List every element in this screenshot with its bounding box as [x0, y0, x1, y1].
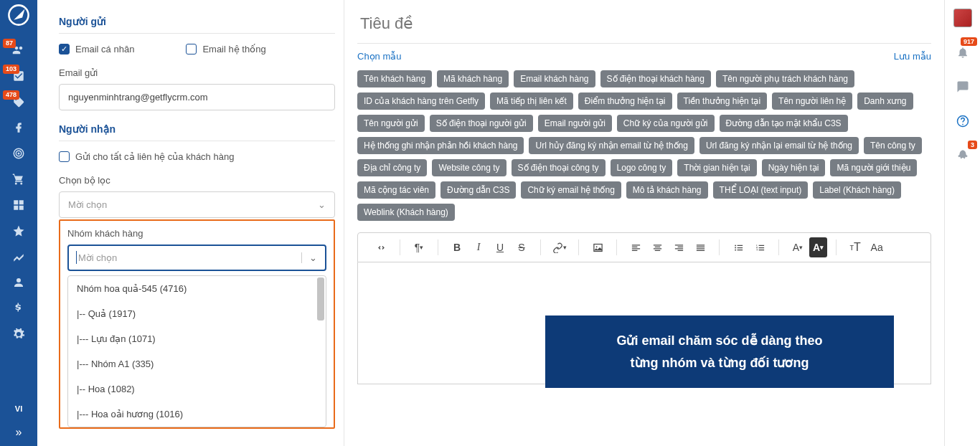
merge-tag[interactable]: Weblink (Khách hàng)	[357, 204, 455, 221]
sidebar-item-1[interactable]: 87	[0, 37, 37, 63]
toolbar-paragraph[interactable]: ¶▾	[409, 237, 429, 257]
rocket-button[interactable]: 3	[945, 145, 980, 166]
email-title-input[interactable]	[357, 10, 931, 44]
merge-tag[interactable]: Email người gửi	[538, 115, 612, 132]
checkbox-personal-email[interactable]: Email cá nhân	[59, 44, 134, 54]
merge-tag[interactable]: Hệ thống ghi nhận phản hồi khách hàng	[357, 137, 524, 154]
toolbar-font-size[interactable]: тT	[845, 237, 865, 257]
scrollbar[interactable]	[317, 277, 324, 321]
sidebar-item-dollar[interactable]	[0, 295, 37, 321]
sender-type-row: Email cá nhân Email hệ thống	[59, 44, 335, 54]
dropdown-option[interactable]: |--- Nhóm A1 (335)	[68, 351, 326, 376]
merge-tag[interactable]: Số điện thoại công ty	[512, 159, 606, 176]
toolbar-italic[interactable]: I	[468, 237, 489, 257]
chevron-down-icon: ⌄	[318, 199, 326, 210]
toolbar-underline[interactable]: U	[490, 237, 510, 257]
merge-tag[interactable]: Website công ty	[432, 159, 506, 176]
toolbar-align-center[interactable]	[647, 237, 667, 257]
sidebar-item-facebook[interactable]	[0, 115, 37, 141]
save-template-link[interactable]: Lưu mẫu	[894, 51, 931, 62]
merge-tag[interactable]: Điểm thưởng hiện tại	[578, 92, 672, 110]
dropdown-option[interactable]: |-- Hoa (1082)	[68, 376, 326, 402]
sidebar-item-cart[interactable]	[0, 166, 37, 192]
chat-button[interactable]	[945, 76, 980, 98]
callout-overlay: Gửi email chăm sóc dễ dàng theo từng nhó…	[545, 315, 894, 388]
merge-tag[interactable]: Đường dẫn tạo mật khẩu C3S	[720, 115, 848, 132]
merge-tag[interactable]: Đường dẫn C3S	[440, 181, 516, 199]
toolbar-image[interactable]	[588, 237, 608, 257]
sidebar-item-boxes[interactable]	[0, 192, 37, 218]
merge-tag[interactable]: Email khách hàng	[514, 70, 595, 87]
merge-tag[interactable]: Tên người phụ trách khách hàng	[716, 70, 854, 87]
toolbar-bg-color[interactable]: A▾	[809, 237, 827, 257]
merge-tag[interactable]: ID của khách hàng trên Getfly	[357, 92, 485, 110]
align-center-icon	[652, 242, 663, 253]
toolbar-text-color[interactable]: A▾	[788, 237, 808, 257]
dropdown-option[interactable]: |--- Lựu đạn (1071)	[68, 326, 326, 351]
user-avatar[interactable]	[945, 7, 980, 29]
toolbar-align-justify[interactable]	[690, 237, 710, 257]
sidebar-item-gear[interactable]	[0, 321, 37, 347]
app-logo[interactable]	[6, 3, 31, 27]
sidebar-item-target[interactable]	[0, 141, 37, 166]
sidebar-item-star[interactable]	[0, 218, 37, 244]
toolbar-font-case[interactable]: Aa	[867, 237, 887, 257]
choose-template-link[interactable]: Chọn mẫu	[357, 51, 402, 62]
dropdown-option[interactable]: |--- Hoa oải hương (1016)	[68, 402, 326, 427]
merge-tag[interactable]: Mã tiếp thị liên kết	[490, 92, 573, 110]
toolbar-bold[interactable]: B	[447, 237, 467, 257]
dropdown-option[interactable]: Nhóm hoa quả-545 (4716)	[68, 276, 326, 301]
callout-line1: Gửi email chăm sóc dễ dàng theo	[562, 330, 877, 352]
sidebar-item-chart[interactable]	[0, 244, 37, 270]
merge-tag[interactable]: Chữ ký của người gửi	[617, 115, 715, 132]
merge-tag[interactable]: Ngày hiện tại	[762, 159, 826, 176]
merge-tag[interactable]: Mô tả khách hàng	[626, 181, 708, 199]
merge-tag[interactable]: Số điện thoại người gửi	[430, 115, 533, 132]
toolbar-strike[interactable]: S	[512, 237, 532, 257]
help-icon	[956, 115, 969, 128]
customer-group-select[interactable]: Mời chọn ⌄	[67, 245, 326, 271]
help-button[interactable]	[945, 110, 980, 132]
merge-tag[interactable]: Label (Khách hàng)	[813, 181, 901, 199]
toolbar-list-ul[interactable]	[728, 237, 748, 257]
merge-tag[interactable]: THỂ LOẠI (text input)	[713, 181, 809, 199]
toolbar-code[interactable]	[371, 237, 391, 257]
merge-tag[interactable]: Số điện thoại khách hàng	[600, 70, 711, 87]
merge-tag[interactable]: Logo công ty	[611, 159, 673, 176]
merge-tag[interactable]: Tên người liên hệ	[772, 92, 852, 110]
dropdown-option[interactable]: |-- Quả (1917)	[68, 301, 326, 326]
merge-tag[interactable]: Tên công ty	[864, 137, 922, 154]
merge-tag[interactable]: Mã cộng tác viên	[357, 181, 435, 199]
filter-select[interactable]: Mời chọn ⌄	[59, 191, 335, 218]
sidebar-bottom: VI »	[0, 399, 37, 446]
toolbar-align-right[interactable]	[669, 237, 689, 257]
sidebar-item-person[interactable]	[0, 270, 37, 295]
toolbar-list-ol[interactable]	[750, 237, 770, 257]
toolbar-align-left[interactable]	[626, 237, 646, 257]
sidebar-item-3[interactable]: 478	[0, 89, 37, 115]
merge-tag[interactable]: Danh xưng	[857, 92, 913, 110]
merge-tag[interactable]: Tên khách hàng	[357, 70, 432, 87]
language-switch[interactable]: VI	[0, 399, 37, 419]
checkbox-system-email[interactable]: Email hệ thống	[186, 44, 265, 54]
merge-tag[interactable]: Chữ ký email hệ thống	[521, 181, 621, 199]
bell-icon	[956, 46, 969, 59]
merge-tag[interactable]: Tiền thưởng hiện tại	[677, 92, 768, 110]
sidebar-item-2[interactable]: 103	[0, 63, 37, 89]
sidebar-expand[interactable]: »	[0, 419, 37, 446]
toolbar-link[interactable]: ▾	[550, 237, 570, 257]
badge-2: 103	[3, 65, 19, 74]
sender-email-input[interactable]	[59, 84, 335, 110]
merge-tag[interactable]: Thời gian hiện tại	[677, 159, 756, 176]
merge-tag[interactable]: Url đăng ký nhận lại email từ hệ thống	[699, 137, 859, 154]
avatar-icon	[953, 9, 972, 27]
svg-point-8	[735, 247, 736, 248]
merge-tag[interactable]: Mã khách hàng	[437, 70, 509, 87]
email-field-label: Email gửi	[59, 67, 335, 78]
merge-tag[interactable]: Tên người gửi	[357, 115, 425, 132]
checkbox-all-contacts[interactable]: Gửi cho tất cả liên hệ của khách hàng	[59, 151, 335, 162]
merge-tag[interactable]: Mã người giới thiệu	[830, 159, 917, 176]
notifications-button[interactable]: 917	[945, 42, 980, 63]
merge-tag[interactable]: Url hủy đăng ký nhận email từ hệ thống	[529, 137, 694, 154]
merge-tag[interactable]: Địa chỉ công ty	[357, 159, 427, 176]
